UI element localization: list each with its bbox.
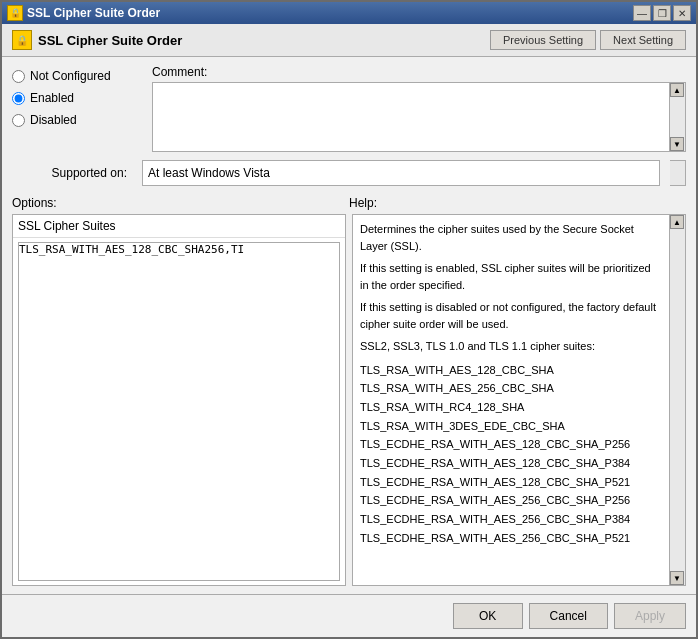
help-para2: If this setting is enabled, SSL cipher s… xyxy=(360,260,662,293)
apply-button[interactable]: Apply xyxy=(614,603,686,629)
header-title-group: 🔒 SSL Cipher Suite Order xyxy=(12,30,182,50)
window-title: SSL Cipher Suite Order xyxy=(27,6,160,20)
help-label: Help: xyxy=(349,196,686,210)
scroll-down-arrow[interactable]: ▼ xyxy=(670,137,684,151)
help-scroll-down[interactable]: ▼ xyxy=(670,571,684,585)
radio-enabled[interactable]: Enabled xyxy=(12,91,142,105)
top-section: Not Configured Enabled Disabled Comment:… xyxy=(12,65,686,152)
help-content: Determines the cipher suites used by the… xyxy=(353,215,669,585)
previous-setting-button[interactable]: Previous Setting xyxy=(490,30,596,50)
bottom-bar: OK Cancel Apply xyxy=(2,594,696,637)
options-help-header: Options: Help: xyxy=(12,196,686,210)
comment-scrollbar: ▲ ▼ xyxy=(670,82,686,152)
options-panel: SSL Cipher Suites TLS_RSA_WITH_AES_128_C… xyxy=(12,214,346,586)
help-panel: Determines the cipher suites used by the… xyxy=(352,214,686,586)
comment-section: Comment: ▲ ▼ xyxy=(152,65,686,152)
radio-group: Not Configured Enabled Disabled xyxy=(12,65,142,152)
header-nav: Previous Setting Next Setting xyxy=(490,30,686,50)
cipher-input-area: TLS_RSA_WITH_AES_128_CBC_SHA256,TI xyxy=(13,238,345,585)
restore-button[interactable]: ❒ xyxy=(653,5,671,21)
cipher-list-item: TLS_ECDHE_RSA_WITH_AES_128_CBC_SHA_P256 xyxy=(360,435,662,454)
cipher-list-item: TLS_ECDHE_RSA_WITH_AES_128_CBC_SHA_P521 xyxy=(360,473,662,492)
close-button[interactable]: ✕ xyxy=(673,5,691,21)
supported-row: Supported on: At least Windows Vista xyxy=(12,160,686,186)
options-panel-title: SSL Cipher Suites xyxy=(13,215,345,238)
options-label: Options: xyxy=(12,196,349,210)
cipher-list-item: TLS_RSA_WITH_AES_256_CBC_SHA xyxy=(360,379,662,398)
cipher-list-item: TLS_ECDHE_RSA_WITH_AES_256_CBC_SHA_P384 xyxy=(360,510,662,529)
supported-value: At least Windows Vista xyxy=(142,160,660,186)
cancel-button[interactable]: Cancel xyxy=(529,603,608,629)
ok-button[interactable]: OK xyxy=(453,603,523,629)
cipher-list-item: TLS_ECDHE_RSA_WITH_AES_256_CBC_SHA_P521 xyxy=(360,529,662,548)
main-window: 🔒 SSL Cipher Suite Order — ❒ ✕ 🔒 SSL Cip… xyxy=(0,0,698,639)
header-icon: 🔒 xyxy=(12,30,32,50)
comment-textarea[interactable] xyxy=(152,82,670,152)
comment-wrapper: ▲ ▼ xyxy=(152,82,686,152)
next-setting-button[interactable]: Next Setting xyxy=(600,30,686,50)
radio-not-configured[interactable]: Not Configured xyxy=(12,69,142,83)
help-para1: Determines the cipher suites used by the… xyxy=(360,221,662,254)
radio-enabled-input[interactable] xyxy=(12,92,25,105)
supported-scrollbar xyxy=(670,160,686,186)
radio-not-configured-input[interactable] xyxy=(12,70,25,83)
window-icon: 🔒 xyxy=(7,5,23,21)
main-content: Not Configured Enabled Disabled Comment:… xyxy=(2,57,696,594)
help-para4: SSL2, SSL3, TLS 1.0 and TLS 1.1 cipher s… xyxy=(360,338,662,355)
minimize-button[interactable]: — xyxy=(633,5,651,21)
cipher-textarea[interactable]: TLS_RSA_WITH_AES_128_CBC_SHA256,TI xyxy=(18,242,340,581)
help-para3: If this setting is disabled or not confi… xyxy=(360,299,662,332)
cipher-list: TLS_RSA_WITH_AES_128_CBC_SHATLS_RSA_WITH… xyxy=(360,361,662,548)
cipher-list-item: TLS_ECDHE_RSA_WITH_AES_128_CBC_SHA_P384 xyxy=(360,454,662,473)
radio-disabled-label: Disabled xyxy=(30,113,77,127)
cipher-list-item: TLS_RSA_WITH_RC4_128_SHA xyxy=(360,398,662,417)
panels-row: SSL Cipher Suites TLS_RSA_WITH_AES_128_C… xyxy=(12,214,686,586)
header-area: 🔒 SSL Cipher Suite Order Previous Settin… xyxy=(2,24,696,57)
radio-enabled-label: Enabled xyxy=(30,91,74,105)
help-scroll-up[interactable]: ▲ xyxy=(670,215,684,229)
cipher-list-item: TLS_RSA_WITH_AES_128_CBC_SHA xyxy=(360,361,662,380)
window-controls: — ❒ ✕ xyxy=(633,5,691,21)
help-scrollbar: ▲ ▼ xyxy=(669,215,685,585)
radio-not-configured-label: Not Configured xyxy=(30,69,111,83)
comment-label: Comment: xyxy=(152,65,686,79)
cipher-list-item: TLS_ECDHE_RSA_WITH_AES_256_CBC_SHA_P256 xyxy=(360,491,662,510)
supported-label: Supported on: xyxy=(12,166,132,180)
scroll-up-arrow[interactable]: ▲ xyxy=(670,83,684,97)
title-bar: 🔒 SSL Cipher Suite Order — ❒ ✕ xyxy=(2,2,696,24)
title-bar-left: 🔒 SSL Cipher Suite Order xyxy=(7,5,160,21)
radio-disabled[interactable]: Disabled xyxy=(12,113,142,127)
header-title-text: SSL Cipher Suite Order xyxy=(38,33,182,48)
radio-disabled-input[interactable] xyxy=(12,114,25,127)
cipher-list-item: TLS_RSA_WITH_3DES_EDE_CBC_SHA xyxy=(360,417,662,436)
